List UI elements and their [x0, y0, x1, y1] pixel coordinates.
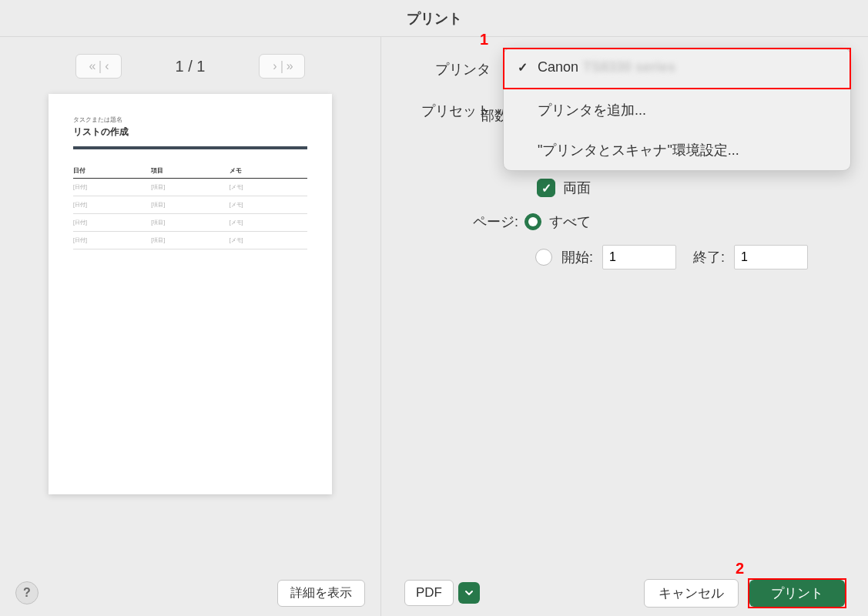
table-cell: [日付]: [73, 179, 151, 196]
pager-first-prev-button[interactable]: «｜‹: [75, 54, 122, 79]
duplex-checkbox-row: ✓ 両面: [537, 179, 845, 197]
help-button[interactable]: ?: [15, 581, 39, 604]
table-cell: [項目]: [151, 179, 229, 196]
printer-dropdown-menu[interactable]: Canon TS8330 series プリンタを追加... "プリンタとスキャ…: [503, 48, 851, 171]
table-cell: [項目]: [151, 196, 229, 214]
table-cell: [日付]: [73, 196, 151, 214]
pages-all-label: すべて: [549, 213, 591, 231]
pager-next-last-button[interactable]: ›｜»: [259, 54, 305, 79]
action-buttons: キャンセル プリント 2: [644, 579, 845, 608]
dropdown-item-selected-printer[interactable]: Canon TS8330 series: [504, 49, 850, 86]
pages-range-radio[interactable]: [535, 249, 552, 266]
table-cell: [メモ]: [230, 196, 307, 214]
pages-to-label: 終了:: [693, 248, 725, 266]
preview-th: 項目: [151, 163, 229, 179]
table-cell: [項目]: [151, 232, 229, 249]
table-row: [日付] [項目] [メモ]: [73, 179, 307, 196]
annotation-number-1: 1: [480, 31, 488, 49]
left-footer: ? 詳細を表示: [0, 570, 380, 616]
preview-divider: [73, 146, 307, 149]
preview-title: リストの作成: [73, 126, 307, 139]
dropdown-item-add-printer[interactable]: プリンタを追加...: [504, 90, 850, 130]
table-cell: [日付]: [73, 214, 151, 232]
pages-row: ページ: すべて: [404, 213, 845, 231]
duplex-checkbox-label: 両面: [563, 179, 591, 197]
dropdown-printer-model: TS8330 series: [583, 59, 675, 75]
preview-pane: «｜‹ 1 / 1 ›｜» タスクまたは題名 リストの作成 日付 項目 メモ: [0, 37, 381, 616]
dropdown-item-prefs[interactable]: "プリンタとスキャナ"環境設定...: [504, 130, 850, 170]
pager: «｜‹ 1 / 1 ›｜»: [0, 37, 380, 86]
preview-subtitle: タスクまたは題名: [73, 116, 307, 124]
pages-to-input[interactable]: [734, 245, 808, 270]
dropdown-divider: [504, 88, 850, 89]
cancel-button[interactable]: キャンセル: [644, 579, 739, 608]
dropdown-printer-name: Canon: [538, 59, 578, 75]
settings-pane: プリンタ プリセット 部数 Canon TS8330 series プリンタを追…: [381, 37, 868, 616]
preview-table: 日付 項目 メモ [日付] [項目] [メモ]: [73, 163, 307, 249]
preview-page: タスクまたは題名 リストの作成 日付 項目 メモ: [49, 94, 332, 494]
pages-from-input[interactable]: [602, 245, 676, 270]
table-row: [日付] [項目] [メモ]: [73, 232, 307, 249]
table-row: [日付] [項目] [メモ]: [73, 214, 307, 232]
copies-label: 部数: [404, 106, 514, 125]
pages-all-row: すべて: [524, 213, 591, 231]
show-details-button[interactable]: 詳細を表示: [277, 580, 365, 607]
preview-th: メモ: [230, 163, 307, 179]
dialog-content: «｜‹ 1 / 1 ›｜» タスクまたは題名 リストの作成 日付 項目 メモ: [0, 37, 868, 616]
table-cell: [メモ]: [230, 232, 307, 249]
pages-label: ページ:: [404, 213, 524, 231]
dialog-title: プリント: [0, 0, 868, 37]
print-button-wrap: プリント 2: [749, 580, 845, 607]
pdf-chevron-icon[interactable]: [458, 582, 480, 604]
table-row: [日付] [項目] [メモ]: [73, 196, 307, 214]
print-dialog: プリント «｜‹ 1 / 1 ›｜» タスクまたは題名 リストの作成 日付: [0, 0, 868, 616]
table-cell: [日付]: [73, 232, 151, 249]
table-cell: [メモ]: [230, 214, 307, 232]
preview-container: タスクまたは題名 リストの作成 日付 項目 メモ: [0, 86, 380, 570]
print-button[interactable]: プリント: [749, 580, 845, 607]
printer-label: プリンタ: [404, 60, 497, 79]
pages-range-row: 開始: 終了:: [535, 245, 845, 270]
page-indicator: 1 / 1: [176, 58, 206, 75]
annotation-number-2: 2: [736, 560, 744, 578]
pdf-button-group: PDF: [404, 580, 480, 606]
pages-from-label: 開始:: [561, 248, 593, 266]
preview-th: 日付: [73, 163, 151, 179]
duplex-checkbox[interactable]: ✓: [537, 179, 555, 197]
table-cell: [メモ]: [230, 179, 307, 196]
pdf-button[interactable]: PDF: [404, 580, 454, 606]
table-cell: [項目]: [151, 214, 229, 232]
right-footer: PDF キャンセル プリント 2: [381, 570, 868, 616]
pages-all-radio[interactable]: [524, 213, 541, 230]
